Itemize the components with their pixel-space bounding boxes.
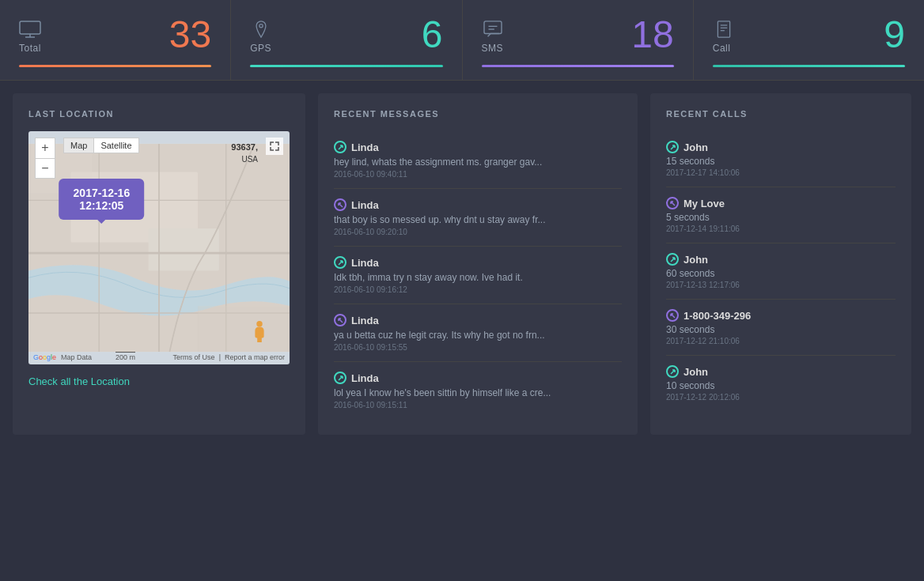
message-text: Idk tbh, imma try n stay away now. Ive h… (334, 272, 622, 283)
sender-name: Linda (351, 141, 379, 153)
call-item: 1-800-349-296 30 seconds 2017-12-12 21:1… (666, 300, 896, 356)
call-duration: 60 seconds (666, 268, 896, 279)
stats-bar: Total 33 GPS 6 (0, 0, 924, 81)
message-time: 2016-06-10 09:15:11 (334, 401, 622, 409)
call-name: My Love (684, 198, 725, 209)
map-zoom-controls[interactable]: + − (35, 138, 55, 179)
map-country: USA (241, 155, 258, 164)
messages-panel: RECENT MESSAGES Linda hey lind, whats th… (318, 93, 638, 435)
stat-total-bar (19, 65, 211, 67)
message-time: 2016-06-10 09:16:12 (334, 285, 622, 294)
stat-gps: GPS 6 (231, 0, 462, 80)
call-direction-icon (666, 365, 679, 378)
stat-sms-label: SMS (482, 43, 504, 54)
map-container: + − Map Satellite 93637, USA 2017- (28, 131, 290, 364)
message-item: Linda ya u betta cuz he legit cray. Its … (334, 304, 622, 362)
call-header: My Love (666, 197, 896, 209)
stat-gps-bar (250, 65, 442, 67)
sender-name: Linda (351, 372, 379, 384)
stat-call-value: 9 (884, 16, 905, 54)
call-item: John 15 seconds 2017-12-17 14:10:06 (666, 131, 896, 187)
map-type-satellite-button[interactable]: Satellite (93, 138, 138, 153)
svg-point-3 (259, 25, 263, 28)
call-name: John (684, 254, 708, 266)
location-panel: LAST LOCATION (13, 93, 305, 435)
call-direction-icon (666, 141, 679, 153)
map-person-icon (252, 320, 267, 342)
message-sender: Linda (334, 198, 622, 211)
sender-name: Linda (351, 257, 379, 269)
stat-gps-value: 6 (422, 16, 443, 54)
message-item: Linda that boy is so messed up. why dnt … (334, 189, 622, 247)
map-popup: 2017-12-16 12:12:05 (59, 179, 145, 220)
calls-list: John 15 seconds 2017-12-17 14:10:06 My L… (666, 131, 896, 411)
map-type-buttons[interactable]: Map Satellite (63, 138, 139, 153)
message-text: hey lind, whats the assignment ms. grang… (334, 157, 622, 168)
call-direction-icon (666, 309, 679, 322)
svg-rect-22 (198, 306, 290, 352)
map-scale: 200 m (116, 352, 135, 361)
map-attribution: Google Map Data (33, 353, 92, 361)
stat-sms: SMS 18 (463, 0, 694, 80)
stat-call: Call 9 (694, 0, 924, 80)
zoom-in-button[interactable]: + (35, 138, 55, 158)
location-panel-title: LAST LOCATION (28, 109, 290, 119)
message-sender: Linda (334, 141, 622, 153)
stat-total-value: 33 (169, 16, 211, 54)
stat-sms-value: 18 (631, 16, 673, 54)
sender-name: Linda (351, 199, 379, 211)
message-time: 2016-06-10 09:15:55 (334, 343, 622, 352)
call-header: John (666, 141, 896, 153)
message-text: lol yea I know he's been sittin by himse… (334, 387, 622, 398)
svg-rect-4 (484, 21, 502, 34)
call-item: John 10 seconds 2017-12-12 20:12:06 (666, 356, 896, 411)
call-time: 2017-12-17 14:10:06 (666, 168, 896, 177)
stat-total: Total 33 (0, 0, 231, 80)
map-popup-time: 12:12:05 (74, 199, 131, 212)
svg-rect-0 (20, 21, 40, 34)
call-time: 2017-12-13 12:17:06 (666, 281, 896, 289)
call-item: John 60 seconds 2017-12-13 12:17:06 (666, 243, 896, 300)
main-content: LAST LOCATION (0, 81, 924, 447)
direction-icon (334, 314, 346, 326)
stat-call-label: Call (713, 43, 735, 54)
message-time: 2016-06-10 09:40:11 (334, 170, 622, 179)
message-sender: Linda (334, 256, 622, 269)
message-text: that boy is so messed up. why dnt u stay… (334, 214, 622, 225)
message-sender: Linda (334, 372, 622, 384)
direction-icon (334, 372, 346, 384)
call-direction-icon (666, 197, 679, 209)
map-address: 93637, (231, 142, 258, 152)
direction-icon (334, 198, 346, 211)
zoom-out-button[interactable]: − (35, 158, 55, 179)
message-sender: Linda (334, 314, 622, 326)
svg-point-23 (256, 321, 262, 326)
map-expand-button[interactable] (266, 138, 283, 155)
call-name: John (684, 366, 708, 378)
calls-panel-title: RECENT CALLS (666, 109, 896, 119)
call-header: John (666, 253, 896, 266)
messages-list: Linda hey lind, whats the assignment ms.… (334, 131, 622, 419)
stat-call-bar (713, 65, 905, 67)
map-type-map-button[interactable]: Map (63, 138, 93, 153)
call-time: 2017-12-12 20:12:06 (666, 393, 896, 402)
direction-icon (334, 256, 346, 269)
stat-sms-bar (482, 65, 674, 67)
call-header: 1-800-349-296 (666, 309, 896, 322)
call-duration: 10 seconds (666, 380, 896, 391)
call-duration: 30 seconds (666, 324, 896, 335)
map-popup-date: 2017-12-16 (74, 187, 131, 199)
call-header: John (666, 365, 896, 378)
call-time: 2017-12-12 21:10:06 (666, 337, 896, 345)
messages-panel-title: RECENT MESSAGES (334, 109, 622, 119)
message-time: 2016-06-10 09:20:10 (334, 228, 622, 236)
check-location-link[interactable]: Check all the Location (28, 375, 130, 387)
call-name: 1-800-349-296 (684, 310, 751, 322)
call-duration: 15 seconds (666, 156, 896, 167)
svg-rect-7 (718, 21, 729, 37)
call-direction-icon (666, 253, 679, 266)
call-time: 2017-12-14 19:11:06 (666, 224, 896, 233)
call-item: My Love 5 seconds 2017-12-14 19:11:06 (666, 187, 896, 243)
message-item: Linda Idk tbh, imma try n stay away now.… (334, 247, 622, 304)
map-report[interactable]: Terms of Use | Report a map error (173, 353, 285, 361)
